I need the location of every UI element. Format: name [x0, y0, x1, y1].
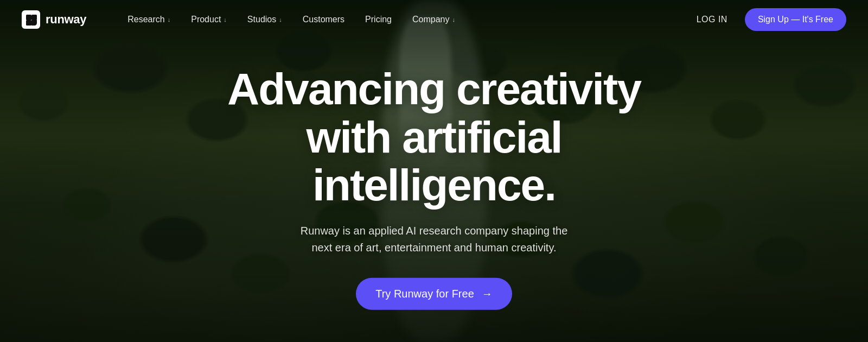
nav-item-studios[interactable]: Studios ↓: [239, 10, 291, 29]
login-button[interactable]: LOG IN: [690, 10, 734, 29]
logo-text: runway: [46, 12, 86, 27]
svg-rect-1: [26, 20, 31, 26]
logo-icon: [22, 10, 40, 29]
chevron-down-icon: ↓: [168, 16, 171, 23]
nav-item-customers[interactable]: Customers: [294, 10, 353, 29]
nav-item-research[interactable]: Research ↓: [119, 10, 179, 29]
nav-links: Research ↓ Product ↓ Studios ↓ Customers…: [119, 10, 690, 29]
nav-right: LOG IN Sign Up — It's Free: [690, 8, 846, 31]
arrow-icon: →: [482, 287, 493, 300]
signup-button[interactable]: Sign Up — It's Free: [745, 8, 846, 31]
chevron-down-icon: ↓: [224, 16, 227, 23]
nav-item-company[interactable]: Company ↓: [404, 10, 464, 29]
svg-rect-2: [31, 15, 37, 20]
nav-item-product[interactable]: Product ↓: [182, 10, 235, 29]
chevron-down-icon: ↓: [279, 16, 282, 23]
hero-subtitle: Runway is an applied AI research company…: [190, 222, 678, 256]
navbar: runway Research ↓ Product ↓ Studios ↓ Cu…: [0, 0, 868, 39]
cta-button[interactable]: Try Runway for Free →: [356, 277, 512, 309]
nav-item-pricing[interactable]: Pricing: [356, 10, 400, 29]
logo-link[interactable]: runway: [22, 10, 86, 29]
svg-rect-0: [26, 15, 31, 20]
hero-section: runway Research ↓ Product ↓ Studios ↓ Cu…: [0, 0, 868, 342]
hero-content: Advancing creativity with artificial int…: [190, 65, 678, 310]
hero-title: Advancing creativity with artificial int…: [190, 65, 678, 210]
chevron-down-icon: ↓: [452, 16, 455, 23]
